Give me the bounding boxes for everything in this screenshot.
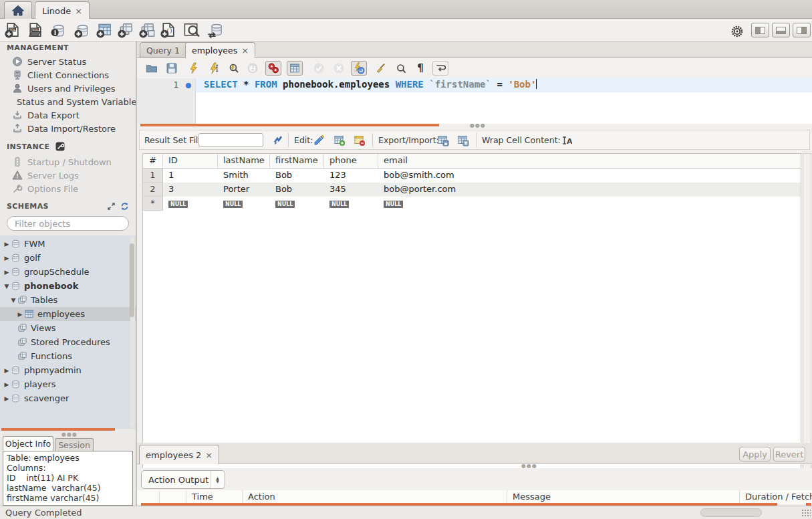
toggle-stop-on-error-button[interactable] [265,61,281,76]
sidebar-item-data-import[interactable]: Data Import/Restore [12,122,136,135]
schema-tree-item-phpmyadmin[interactable]: ▶ phpmyadmin [0,363,136,377]
cell-firstname[interactable]: Bob [270,169,324,183]
schema-filter-input[interactable] [15,219,128,229]
schema-tree-item-players[interactable]: ▶ players [0,377,136,391]
cell-null[interactable]: NULL [270,197,324,211]
close-icon[interactable]: × [75,7,82,15]
schema-tree-item-phonebook[interactable]: ▼ phonebook [0,279,136,293]
refresh-schemas-icon[interactable] [120,202,129,211]
edit-record-icon[interactable] [312,133,327,147]
rollback-button[interactable] [331,61,347,76]
column-header-lastname[interactable]: lastName [218,154,270,168]
expand-arrow-icon[interactable]: ▶ [3,395,11,402]
column-header-rownum[interactable]: # [143,154,163,168]
schema-filter-box[interactable] [7,216,129,231]
stop-query-button[interactable] [245,61,261,76]
tab-employees-2[interactable]: employees 2 × [139,445,219,464]
export-recordset-icon[interactable] [436,133,450,147]
column-header-email[interactable]: email [378,154,801,168]
save-script-button[interactable] [164,61,180,76]
tab-employees[interactable]: employees × [185,42,255,58]
expand-schemas-icon[interactable] [107,202,116,211]
schema-tree-item-stored-procedures[interactable]: Stored Procedures [0,335,136,349]
open-script-button[interactable] [144,61,160,76]
close-icon[interactable]: × [241,46,249,55]
expand-arrow-icon[interactable]: ▶ [3,241,11,247]
close-icon[interactable]: × [205,451,213,459]
collapse-arrow-icon[interactable]: ▼ [3,283,11,290]
table-row[interactable]: 1 1 Smith Bob 123 bob@smith.com [143,169,801,183]
window-resize-grip[interactable] [801,509,811,518]
cell-null[interactable]: NULL [218,197,270,211]
cell-email[interactable]: bob@smith.com [378,169,801,183]
cell-id[interactable]: 3 [163,183,218,197]
apply-button[interactable]: Apply [739,447,771,461]
expand-arrow-icon[interactable]: ▶ [3,381,11,388]
cell-phone[interactable]: 123 [324,169,378,183]
tab-object-info[interactable]: Object Info [3,436,53,451]
cell-email[interactable]: bob@porter.com [378,183,801,197]
toggle-left-sidebar-button[interactable] [751,23,769,37]
tab-session[interactable]: Session [55,438,94,451]
inspect-database-button[interactable]: i [49,21,67,39]
insert-row-icon[interactable] [332,133,347,147]
sidebar-item-startup-shutdown[interactable]: Startup / Shutdown [12,155,136,169]
sidebar-item-status-variables[interactable]: Status and System Variables [12,95,136,108]
execute-query-button[interactable] [186,61,202,76]
horizontal-scrollbar-thumb[interactable] [700,508,762,517]
schema-tree-item-tables[interactable]: ▼ Tables [0,293,136,307]
sidebar-item-users-privileges[interactable]: Users and Privileges [12,82,136,95]
cell-phone[interactable]: 345 [324,183,378,197]
reconnect-database-button[interactable] [207,21,224,39]
cell-null[interactable]: NULL [163,197,218,211]
toggle-output-area-button[interactable] [772,23,790,37]
output-col-time[interactable]: Time [186,490,243,504]
cell-lastname[interactable]: Porter [218,183,270,197]
commit-button[interactable] [311,61,327,76]
sidebar-item-client-connections[interactable]: Client Connections [12,68,136,82]
table-row[interactable]: 2 3 Porter Bob 345 bob@porter.com [143,183,801,197]
sidebar-item-server-logs[interactable]: Server Logs [12,169,136,182]
find-button[interactable] [393,61,409,76]
output-col-action[interactable]: Action [243,490,507,504]
schema-tree-item-scavenger[interactable]: ▶ scavenger [0,391,136,405]
cell-id[interactable]: 1 [163,169,218,183]
schema-tree-item-fwm[interactable]: ▶ FWM [0,237,136,251]
execute-current-statement-button[interactable] [206,61,222,76]
toggle-right-sidebar-button[interactable] [793,23,811,37]
beautify-script-button[interactable] [373,61,389,76]
explain-query-button[interactable] [226,61,242,76]
create-procedure-button[interactable] [138,21,156,39]
column-header-id[interactable]: ID [163,154,218,168]
import-recordset-icon[interactable] [456,133,470,147]
wrap-cell-content-icon[interactable]: A [559,133,574,147]
sql-code-editor[interactable]: 1 SELECT * FROM phonebook.employees WHER… [137,78,812,124]
create-table-button[interactable] [96,21,113,39]
schema-tree-item-functions[interactable]: Functions [0,349,136,363]
revert-button[interactable]: Revert [773,447,805,461]
column-header-firstname[interactable]: firstName [270,154,324,168]
new-query-tab-button[interactable]: SQL [4,21,21,39]
output-col-duration[interactable]: Duration / Fetch [740,490,812,504]
delete-row-icon[interactable] [352,133,367,147]
sidebar-splitter-handle[interactable]: ●●● [61,431,78,437]
refresh-results-icon[interactable] [271,133,285,147]
schema-tree-item-golf[interactable]: ▶ golf [0,251,136,265]
toggle-word-wrap-button[interactable] [432,61,448,76]
open-sql-file-button[interactable]: SQL [27,21,44,39]
create-schema-button[interactable] [74,21,91,39]
expand-arrow-icon[interactable]: ▶ [3,269,11,276]
result-set-filter-input[interactable] [198,133,263,147]
sidebar-item-server-status[interactable]: Server Status [12,55,136,68]
connection-tab[interactable]: Linode × [35,1,90,19]
dropdown-spinner[interactable]: ▲ ▼ [210,471,225,488]
schema-tree-item-employees[interactable]: ▶ employees [0,307,136,321]
create-view-button[interactable] [117,21,134,39]
schema-tree-item-groupschedule[interactable]: ▶ groupSchedule [0,265,136,279]
show-invisibles-button[interactable]: ¶ [412,61,428,76]
tree-scrollbar[interactable] [130,237,135,427]
expand-arrow-icon[interactable]: ▶ [3,367,11,374]
toggle-autocommit-button[interactable] [351,61,367,76]
table-new-row[interactable]: * NULL NULL NULL NULL NULL [143,197,801,211]
schema-tree-item-views[interactable]: Views [0,321,136,335]
